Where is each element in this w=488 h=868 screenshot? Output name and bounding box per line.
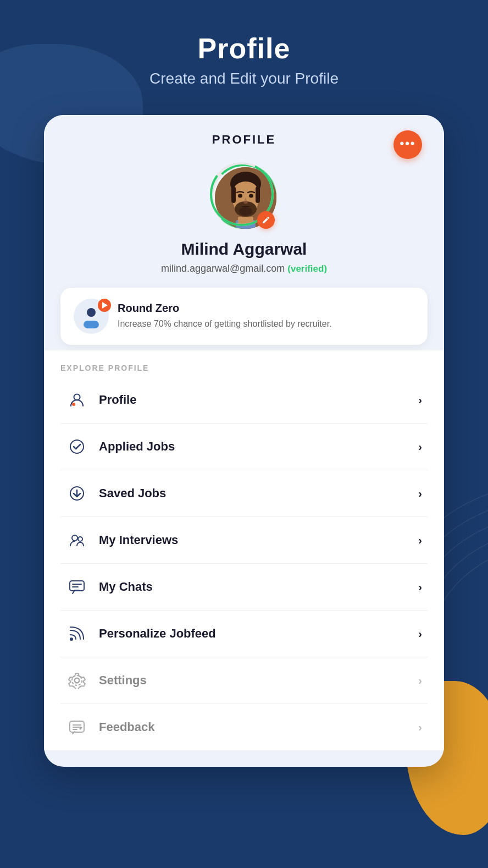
svg-point-25	[70, 638, 73, 641]
round-zero-card[interactable]: Round Zero Increase 70% chance of gettin…	[60, 288, 428, 345]
chevron-right-icon-6: ›	[418, 628, 422, 640]
round-zero-text: Round Zero Increase 70% chance of gettin…	[118, 302, 332, 330]
chevron-right-icon-4: ›	[418, 534, 422, 547]
applied-jobs-icon	[66, 436, 88, 458]
chevron-right-icon-8: ›	[418, 721, 422, 734]
svg-point-20	[72, 535, 77, 541]
avatar-container	[211, 163, 277, 231]
menu-label-my-chats: My Chats	[99, 580, 418, 594]
svg-point-18	[70, 440, 84, 453]
personalize-jobfeed-icon	[66, 623, 88, 645]
menu-label-settings: Settings	[99, 673, 418, 688]
menu-label-my-interviews: My Interviews	[99, 533, 418, 547]
more-options-button[interactable]: •••	[393, 130, 422, 159]
menu-item-my-chats[interactable]: My Chats ›	[60, 564, 428, 611]
chevron-right-icon: ›	[418, 394, 422, 406]
round-zero-title: Round Zero	[118, 302, 332, 315]
chevron-right-icon-7: ›	[418, 674, 422, 687]
user-email: milind.aggarwal@gmail.com (verified)	[66, 263, 422, 274]
svg-rect-22	[70, 581, 84, 591]
profile-section: Milind Aggarwal milind.aggarwal@gmail.co…	[44, 158, 444, 288]
svg-rect-15	[84, 321, 99, 328]
menu-item-my-interviews[interactable]: My Interviews ›	[60, 517, 428, 564]
menu-label-personalize-jobfeed: Personalize Jobfeed	[99, 627, 418, 641]
my-interviews-icon	[66, 529, 88, 551]
svg-point-21	[78, 537, 82, 541]
round-zero-description: Increase 70% chance of getting shortlist…	[118, 318, 332, 330]
page-title: Profile	[22, 33, 466, 64]
profile-card: PROFILE •••	[44, 115, 444, 767]
round-zero-avatar	[74, 299, 109, 334]
card-header: PROFILE •••	[44, 115, 444, 158]
menu-label-applied-jobs: Applied Jobs	[99, 440, 418, 454]
explore-section: EXPLORE PROFILE	[44, 350, 444, 377]
menu-item-applied-jobs[interactable]: Applied Jobs ›	[60, 424, 428, 470]
chevron-right-icon-2: ›	[418, 441, 422, 453]
menu-label-profile: Profile	[99, 393, 418, 407]
profile-icon	[66, 389, 88, 411]
my-chats-icon	[66, 576, 88, 598]
page-subtitle: Create and Edit your Profile	[22, 70, 466, 87]
svg-point-27	[72, 675, 82, 685]
verified-badge: (verified)	[287, 263, 327, 274]
chevron-right-icon-3: ›	[418, 487, 422, 500]
svg-point-17	[72, 403, 75, 406]
edit-avatar-button[interactable]	[257, 211, 275, 229]
user-name: Milind Aggarwal	[66, 240, 422, 259]
svg-point-14	[87, 308, 96, 317]
menu-item-personalize-jobfeed[interactable]: Personalize Jobfeed ›	[60, 611, 428, 657]
svg-point-16	[74, 394, 80, 400]
chevron-right-icon-5: ›	[418, 581, 422, 594]
saved-jobs-icon	[66, 482, 88, 504]
feedback-icon	[66, 716, 88, 738]
explore-section-label: EXPLORE PROFILE	[60, 350, 428, 377]
card-title: PROFILE	[212, 133, 276, 147]
page-header: Profile Create and Edit your Profile	[0, 0, 488, 109]
menu-item-profile[interactable]: Profile ›	[60, 377, 428, 424]
menu-label-feedback: Feedback	[99, 720, 418, 734]
menu-item-settings[interactable]: Settings ›	[60, 657, 428, 704]
pencil-icon	[262, 216, 270, 224]
menu-item-feedback[interactable]: Feedback ›	[60, 704, 428, 750]
play-button-badge	[98, 299, 111, 312]
more-dots-icon: •••	[400, 138, 415, 150]
settings-icon	[66, 669, 88, 691]
menu-label-saved-jobs: Saved Jobs	[99, 486, 418, 501]
menu-list: Profile › Applied Jobs › Saved Jobs	[44, 377, 444, 750]
menu-item-saved-jobs[interactable]: Saved Jobs ›	[60, 470, 428, 517]
